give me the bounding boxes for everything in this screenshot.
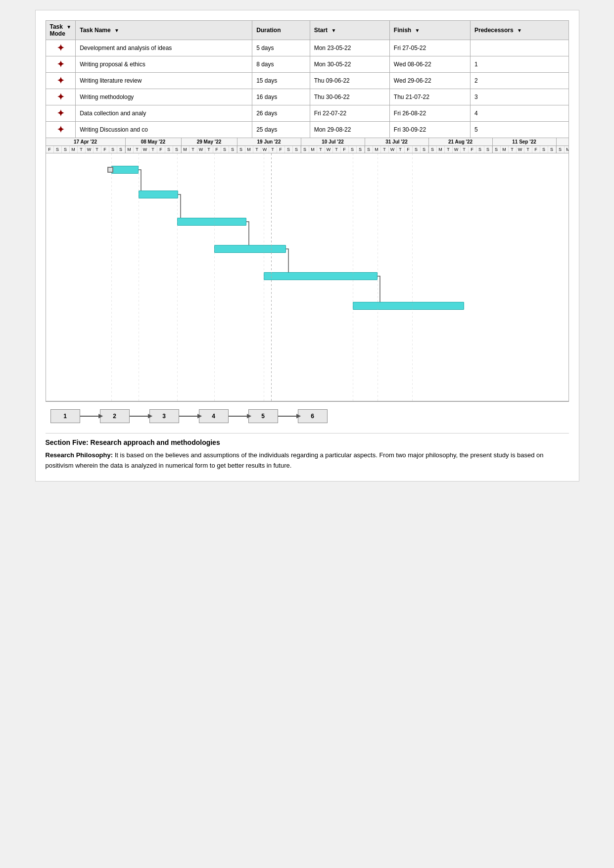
task-duration-cell: 26 days: [252, 105, 310, 122]
grid-line: [177, 153, 178, 401]
date-day: S: [54, 146, 62, 153]
task-pred-cell: [470, 40, 568, 56]
gantt-bar-3: [177, 218, 246, 226]
date-group: 31 Jul '22SMTWTFSS: [365, 138, 429, 153]
task-mode-icon: ✦: [57, 59, 64, 69]
date-day: S: [476, 146, 484, 153]
task-finish-cell: Wed 29-06-22: [389, 73, 470, 89]
task-pred-cell: 1: [470, 56, 568, 73]
task-start-cell: Mon 29-08-22: [310, 122, 389, 138]
th-task-mode[interactable]: Task ▼Mode: [46, 21, 76, 40]
table-row: ✦ Writing Discussion and co 25 days Mon …: [46, 122, 568, 138]
date-day: S: [548, 146, 556, 153]
date-header: 17 Apr '22FSSMTWTFSS08 May '22MTWTFSS29 …: [46, 138, 568, 153]
task-start-cell: Thu 30-06-22: [310, 89, 389, 105]
date-day: F: [469, 146, 476, 153]
th-start[interactable]: Start ▼: [310, 21, 389, 40]
progress-arrow-1: [80, 416, 100, 417]
task-mode-icon: ✦: [57, 43, 64, 53]
progress-arrow-2: [130, 416, 149, 417]
task-duration-cell: 8 days: [252, 56, 310, 73]
date-day: T: [397, 146, 405, 153]
date-day: M: [373, 146, 381, 153]
progress-box-2: 2: [100, 409, 130, 423]
date-day: S: [117, 146, 125, 153]
progress-step-5: 5: [248, 409, 298, 423]
date-day: S: [109, 146, 117, 153]
task-mode-cell: ✦: [46, 73, 76, 89]
th-duration[interactable]: Duration: [252, 21, 310, 40]
task-start-cell: Fri 22-07-22: [310, 105, 389, 122]
task-mode-icon: ✦: [57, 108, 64, 118]
th-predecessors[interactable]: Predecessors ▼: [470, 21, 568, 40]
table-row: ✦ Data collection and analy 26 days Fri …: [46, 105, 568, 122]
progress-step-2: 2: [100, 409, 149, 423]
timeline-container: 17 Apr '22FSSMTWTFSS08 May '22MTWTFSS29 …: [46, 138, 569, 401]
progress-box-4: 4: [199, 409, 229, 423]
today-line: [271, 153, 272, 401]
task-mode-icon: ✦: [57, 92, 64, 102]
th-task-name[interactable]: Task Name ▼: [76, 21, 252, 40]
date-day: W: [197, 146, 205, 153]
date-day: T: [134, 146, 142, 153]
date-day: S: [540, 146, 548, 153]
task-finish-cell: Fri 26-08-22: [389, 105, 470, 122]
date-day: T: [461, 146, 469, 153]
gantt-bar-2: [139, 191, 178, 198]
task-duration-cell: 25 days: [252, 122, 310, 138]
task-name-cell: Writing literature review: [76, 73, 252, 89]
grid-line: [412, 153, 413, 401]
date-day: M: [245, 146, 253, 153]
task-mode-icon: ✦: [57, 125, 64, 135]
bar1-start-indicator: [107, 167, 113, 173]
progress-arrow-3: [179, 416, 199, 417]
task-mode-icon: ✦: [57, 76, 64, 86]
body-text: Research Philosophy: It is based on the …: [46, 450, 569, 471]
task-name-cell: Writing proposal & ethics: [76, 56, 252, 73]
date-day: T: [445, 146, 453, 153]
date-day: F: [532, 146, 540, 153]
date-day: M: [126, 146, 134, 153]
date-group: 11 Sep '22SMTWTFSS: [493, 138, 557, 153]
date-group: 19 Jun '22SMTWTFSS: [237, 138, 301, 153]
table-row: ✦ Development and analysis of ideas 5 da…: [46, 40, 568, 56]
task-duration-cell: 15 days: [252, 73, 310, 89]
table-row: ✦ Writing methodology 16 days Thu 30-06-…: [46, 89, 568, 105]
date-day: T: [333, 146, 341, 153]
date-day: F: [405, 146, 413, 153]
date-day: S: [221, 146, 229, 153]
date-day: S: [349, 146, 357, 153]
date-day: F: [341, 146, 349, 153]
gantt-bar-5: [264, 272, 378, 280]
date-day: T: [524, 146, 532, 153]
date-day: S: [557, 146, 565, 153]
date-day: S: [413, 146, 421, 153]
date-day: S: [421, 146, 428, 153]
date-day: M: [70, 146, 78, 153]
date-day: W: [517, 146, 524, 153]
grid-line: [139, 153, 139, 401]
progress-box-1: 1: [50, 409, 80, 423]
date-day: W: [261, 146, 269, 153]
date-day: T: [253, 146, 261, 153]
date-day: S: [229, 146, 237, 153]
table-row: ✦ Writing literature review 15 days Thu …: [46, 73, 568, 89]
date-day: M: [565, 146, 569, 153]
date-day: T: [269, 146, 277, 153]
page: Task ▼Mode Task Name ▼ Duration Start ▼ …: [35, 10, 579, 482]
task-pred-cell: 2: [470, 73, 568, 89]
task-mode-cell: ✦: [46, 122, 76, 138]
date-day: T: [205, 146, 213, 153]
task-start-cell: Mon 30-05-22: [310, 56, 389, 73]
date-day: W: [389, 146, 397, 153]
date-group: 17 Apr '22FSSMTWTFSS: [46, 138, 126, 153]
connector-5: [353, 276, 380, 306]
gantt-chart-area: [46, 153, 568, 401]
date-day: T: [189, 146, 197, 153]
task-finish-cell: Fri 27-05-22: [389, 40, 470, 56]
th-finish[interactable]: Finish ▼: [389, 21, 470, 40]
date-day: S: [62, 146, 70, 153]
gantt-bar-4: [214, 245, 286, 253]
progress-section: 123456: [46, 401, 569, 431]
progress-box-6: 6: [298, 409, 328, 423]
